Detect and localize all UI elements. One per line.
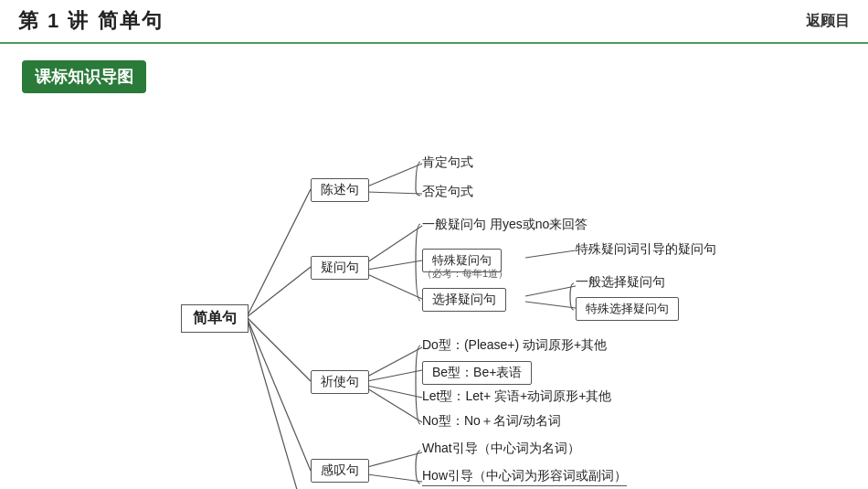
svg-line-3: [247, 317, 311, 471]
svg-line-1: [247, 267, 311, 317]
node-be-type: Be型：Be+表语: [422, 361, 532, 385]
node-affirm: 肯定句式: [422, 154, 473, 171]
svg-line-17: [367, 452, 422, 467]
node-xuanze-q: 选择疑问句: [422, 288, 506, 312]
svg-line-5: [367, 164, 422, 186]
node-negate: 否定句式: [422, 184, 473, 200]
back-button[interactable]: 返顾目: [806, 12, 850, 31]
node-yi: 疑问句: [311, 256, 369, 280]
node-root: 简单句: [181, 304, 249, 333]
node-how-lead: How引导（中心词为形容词或副词）: [422, 468, 627, 486]
svg-line-9: [367, 274, 422, 299]
node-do-type: Do型：(Please+) 动词原形+其他: [422, 337, 607, 354]
node-chen: 陈述句: [311, 178, 369, 202]
svg-line-2: [247, 317, 311, 381]
svg-line-10: [525, 250, 576, 258]
node-xuanze1: 一般选择疑问句: [576, 274, 665, 291]
svg-line-15: [367, 386, 422, 398]
node-zhu: 祈使句: [311, 370, 369, 394]
svg-line-14: [367, 370, 422, 381]
node-teshu-q2: 特殊疑问词引导的疑问句: [576, 241, 716, 258]
svg-line-8: [367, 260, 422, 270]
svg-line-0: [247, 189, 311, 317]
node-no-type: No型：No＋名词/动名词: [422, 413, 561, 430]
svg-line-7: [367, 226, 422, 262]
node-let-type: Let型：Let+ 宾语+动词原形+其他: [422, 388, 611, 405]
node-yiban-q: 一般疑问句 用yes或no来回答: [422, 217, 587, 233]
svg-line-13: [367, 347, 422, 377]
node-what-lead: What引导（中心词为名词）: [422, 441, 580, 457]
svg-line-11: [525, 286, 576, 296]
svg-line-12: [525, 302, 576, 308]
node-xuanze2: 特殊选择疑问句: [576, 297, 679, 321]
header: 第 1 讲 简单句 返顾目: [0, 0, 868, 44]
svg-line-6: [367, 192, 422, 194]
svg-line-4: [247, 317, 311, 489]
svg-line-18: [367, 474, 422, 482]
svg-line-16: [367, 388, 422, 422]
mindmap-container: 简单句 陈述句 肯定句式 否定句式 疑问句 一般疑问句 用yes或no来回答 特…: [0, 93, 868, 489]
badge: 课标知识导图: [22, 60, 146, 93]
node-gan: 感叹句: [311, 459, 369, 483]
header-title: 第 1 讲 简单句: [18, 7, 164, 35]
node-teshu-note: （必考：每年1道）: [422, 267, 508, 281]
